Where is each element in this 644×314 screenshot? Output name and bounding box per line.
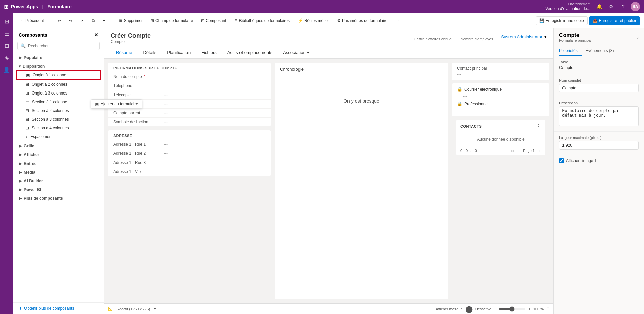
business-rules-button[interactable]: ⚡ Règles métier bbox=[295, 17, 332, 25]
contacts-more-icon[interactable]: ⋮ bbox=[536, 123, 541, 129]
size-dropdown-icon[interactable]: ▾ bbox=[154, 307, 156, 311]
copy-button[interactable]: ⧉ bbox=[89, 17, 98, 25]
tab-association[interactable]: Association ▾ bbox=[278, 47, 314, 58]
onglet-3col-label: Onglet à 3 colonnes bbox=[32, 91, 67, 96]
prop-image-checkbox[interactable] bbox=[559, 158, 564, 163]
field-nom-label: Nom du compte * bbox=[113, 74, 164, 79]
tab-fichiers[interactable]: Fichiers bbox=[196, 47, 222, 58]
sidebar-component-icon[interactable]: ⊡ bbox=[1, 40, 12, 51]
item-onglet-1col[interactable]: ▣ Onglet à 1 colonne bbox=[16, 70, 101, 80]
more-button[interactable]: ··· bbox=[393, 17, 401, 25]
prop-nom: Nom complet bbox=[554, 74, 644, 97]
prop-width-input[interactable] bbox=[559, 141, 639, 150]
tab-properties[interactable]: Propriétés bbox=[559, 46, 582, 56]
search-input[interactable] bbox=[28, 44, 97, 48]
field-fax-value: --- bbox=[164, 92, 168, 97]
form-params-button[interactable]: ⚙ Paramètres de formulaire bbox=[334, 17, 390, 25]
toggle-label: Désactivé bbox=[475, 307, 491, 311]
next-page-icon[interactable]: → bbox=[537, 148, 541, 153]
tab-events[interactable]: Événements (3) bbox=[586, 46, 618, 56]
contacts-empty: Aucune donnée disponible bbox=[456, 133, 545, 146]
group-disposition[interactable]: ▾ Disposition bbox=[13, 61, 104, 70]
item-espacement[interactable]: ↕ Espacement bbox=[16, 132, 101, 141]
tab-resume[interactable]: Résumé bbox=[111, 47, 138, 58]
group-ai-label: AI Builder bbox=[24, 179, 43, 183]
save-copy-button[interactable]: 💾 Enregistrer une copie bbox=[536, 16, 588, 25]
contact-principal-title: Contact principal bbox=[457, 66, 545, 71]
help-icon[interactable]: ? bbox=[619, 2, 628, 11]
onglet-3col-icon: ⊞ bbox=[25, 91, 29, 96]
size-label[interactable]: Réactif (1269 x 775) bbox=[117, 307, 150, 311]
main-with-icon: ← Précédent ↩ ↪ ✂ ⧉ ▾ 🗑 Supprimer ⊞ Cham… bbox=[13, 13, 644, 314]
right-panel-close-icon[interactable]: › bbox=[637, 35, 639, 40]
field-tel-label: Téléphone bbox=[113, 83, 164, 88]
tab-details[interactable]: Détails bbox=[138, 47, 162, 58]
zoom-plus-icon[interactable]: + bbox=[528, 307, 530, 311]
form-libs-button[interactable]: ⊟ Bibliothèques de formulaires bbox=[232, 17, 292, 25]
sidebar-data-icon[interactable]: ◈ bbox=[1, 52, 12, 63]
group-media-label: Média bbox=[24, 170, 35, 175]
chevron-right-afficher-icon: ▶ bbox=[19, 152, 22, 157]
component-button[interactable]: ⊡ Composant bbox=[198, 17, 229, 25]
field-rue3-value: --- bbox=[164, 160, 168, 165]
zoom-minus-icon[interactable]: − bbox=[494, 307, 496, 311]
settings-icon[interactable]: ⚙ bbox=[606, 2, 616, 11]
group-ai[interactable]: ▶ AI Builder bbox=[13, 176, 104, 185]
bottom-bar: 📐 Réactif (1269 x 775) ▾ Afficher masqué… bbox=[104, 303, 553, 314]
group-grille[interactable]: ▶ Grille bbox=[13, 141, 104, 150]
group-powerbi[interactable]: ▶ Power BI bbox=[13, 185, 104, 193]
group-entree[interactable]: ▶ Entrée bbox=[13, 159, 104, 167]
owner-name[interactable]: System Administrator bbox=[501, 34, 542, 39]
owner-dropdown-icon[interactable]: ▾ bbox=[544, 34, 547, 39]
item-section-1col[interactable]: ▭ Section à 1 colonne bbox=[16, 98, 101, 106]
cut-button[interactable]: ✂ bbox=[78, 17, 87, 25]
group-populaire[interactable]: ▶ Populaire bbox=[13, 53, 104, 61]
prop-nom-input[interactable] bbox=[559, 84, 639, 92]
chevron-right-ai-icon: ▶ bbox=[19, 179, 22, 183]
item-section-2col[interactable]: ⊟ Section à 2 colonnes bbox=[16, 106, 101, 115]
back-button[interactable]: ← Précédent bbox=[17, 17, 47, 25]
toggle-icon[interactable]: ⬤ bbox=[465, 305, 473, 313]
group-plus[interactable]: ▶ Plus de composants bbox=[13, 193, 104, 202]
prop-desc-textarea[interactable]: Formulaire de compte par défaut mis à jo… bbox=[559, 106, 639, 126]
redo-button[interactable]: ↪ bbox=[66, 17, 75, 25]
paste-dropdown[interactable]: ▾ bbox=[100, 17, 108, 25]
avatar[interactable]: SA bbox=[631, 2, 640, 11]
fit-icon[interactable]: ⊞ bbox=[546, 307, 549, 311]
field-rue3: Adresse 1 : Rue 3 --- bbox=[108, 158, 271, 167]
form-title-row: Créer Compte Compte --- Chiffre d'affair… bbox=[111, 32, 547, 44]
group-afficher-label: Afficher bbox=[24, 152, 39, 157]
component-label: Composant bbox=[206, 18, 226, 23]
first-page-icon[interactable]: ⏮ bbox=[509, 148, 514, 153]
item-section-4col[interactable]: ⊟ Section à 4 colonnes bbox=[16, 124, 101, 132]
save-publish-button[interactable]: 📤 Enregistrer et publier bbox=[589, 16, 640, 25]
delete-button[interactable]: 🗑 Supprimer bbox=[116, 17, 145, 25]
form-title: Créer Compte bbox=[111, 32, 151, 39]
item-onglet-3col[interactable]: ⊞ Onglet à 3 colonnes bbox=[16, 89, 101, 98]
waffle-icon[interactable]: ⊞ bbox=[4, 4, 8, 10]
notification-icon[interactable]: 🔔 bbox=[594, 2, 604, 11]
form-field-button[interactable]: ⊞ Champ de formulaire bbox=[148, 17, 196, 25]
group-media[interactable]: ▶ Média bbox=[13, 167, 104, 176]
prev-page-icon[interactable]: ← bbox=[516, 148, 521, 153]
field-web-value: --- bbox=[164, 102, 168, 106]
tab-planification[interactable]: Planification bbox=[162, 47, 196, 58]
panel-search[interactable]: 🔍 bbox=[17, 42, 100, 50]
panel-footer[interactable]: ⬇ Obtenir plus de composants bbox=[13, 302, 104, 314]
zoom-slider[interactable] bbox=[499, 306, 526, 312]
prop-table-label: Table bbox=[559, 60, 639, 64]
close-panel-icon[interactable]: ✕ bbox=[94, 32, 98, 38]
save-publish-label: Enregistrer et publier bbox=[599, 18, 636, 23]
sidebar-grid-icon[interactable]: ⊞ bbox=[1, 16, 12, 27]
undo-button[interactable]: ↩ bbox=[55, 17, 64, 25]
add-form-tooltip[interactable]: ▣ Ajouter au formulaire bbox=[91, 99, 142, 109]
zoom-label: 100 % bbox=[533, 307, 544, 311]
sidebar-people-icon[interactable]: 👤 bbox=[1, 64, 12, 75]
tab-actifs[interactable]: Actifs et emplacements bbox=[222, 47, 278, 58]
sidebar-menu-icon[interactable]: ☰ bbox=[1, 28, 12, 39]
business-rules-label: Règles métier bbox=[304, 18, 329, 23]
item-onglet-2col[interactable]: ⊞ Onglet à 2 colonnes bbox=[16, 80, 101, 89]
chevron-right-grille-icon: ▶ bbox=[19, 144, 22, 148]
item-section-3col[interactable]: ⊟ Section à 3 colonnes bbox=[16, 115, 101, 124]
group-afficher[interactable]: ▶ Afficher bbox=[13, 150, 104, 159]
